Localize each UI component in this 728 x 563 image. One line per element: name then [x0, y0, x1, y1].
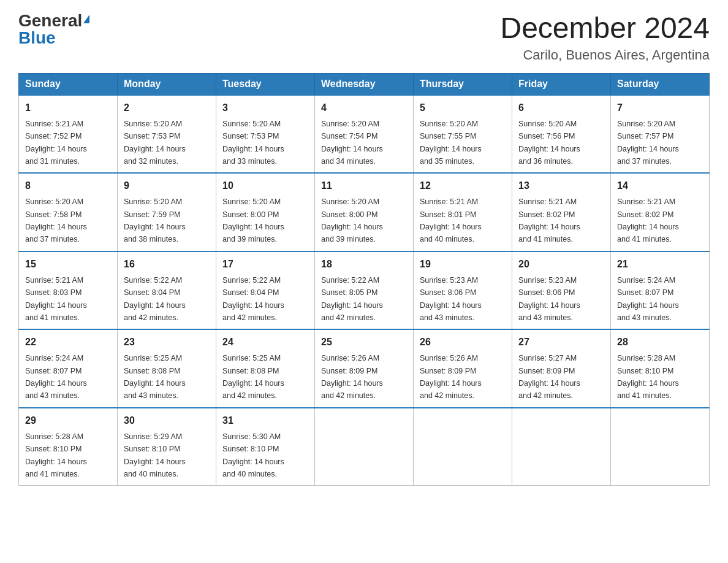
day-info: Sunrise: 5:21 AMSunset: 8:03 PMDaylight:… — [25, 276, 87, 322]
day-info: Sunrise: 5:27 AMSunset: 8:09 PMDaylight:… — [518, 354, 580, 400]
day-info: Sunrise: 5:24 AMSunset: 8:07 PMDaylight:… — [617, 276, 679, 322]
calendar-day-cell — [315, 408, 414, 486]
day-number: 12 — [420, 178, 506, 193]
logo-general-text: General — [18, 12, 82, 29]
calendar-day-cell: 9 Sunrise: 5:20 AMSunset: 7:59 PMDayligh… — [118, 173, 216, 251]
day-info: Sunrise: 5:20 AMSunset: 7:55 PMDaylight:… — [420, 120, 482, 166]
day-number: 20 — [518, 257, 604, 272]
calendar-day-cell — [611, 408, 710, 486]
calendar-day-cell: 26 Sunrise: 5:26 AMSunset: 8:09 PMDaylig… — [414, 329, 512, 408]
calendar-day-cell: 21 Sunrise: 5:24 AMSunset: 8:07 PMDaylig… — [611, 251, 710, 330]
day-info: Sunrise: 5:20 AMSunset: 8:00 PMDaylight:… — [321, 197, 383, 243]
day-number: 29 — [25, 413, 111, 428]
day-info: Sunrise: 5:22 AMSunset: 8:04 PMDaylight:… — [222, 276, 284, 322]
calendar-day-header: Wednesday — [315, 73, 414, 95]
day-number: 19 — [420, 257, 506, 272]
day-number: 7 — [617, 101, 703, 115]
day-info: Sunrise: 5:29 AMSunset: 8:10 PMDaylight:… — [124, 432, 186, 478]
calendar-day-cell: 16 Sunrise: 5:22 AMSunset: 8:04 PMDaylig… — [118, 251, 216, 330]
calendar-day-cell: 14 Sunrise: 5:21 AMSunset: 8:02 PMDaylig… — [611, 173, 710, 251]
day-number: 28 — [617, 335, 703, 350]
calendar-day-cell: 6 Sunrise: 5:20 AMSunset: 7:56 PMDayligh… — [512, 95, 611, 174]
day-number: 17 — [222, 257, 308, 272]
day-number: 25 — [321, 335, 407, 350]
calendar-day-header: Tuesday — [216, 73, 315, 95]
calendar-day-cell: 28 Sunrise: 5:28 AMSunset: 8:10 PMDaylig… — [611, 329, 710, 408]
calendar-day-cell: 13 Sunrise: 5:21 AMSunset: 8:02 PMDaylig… — [512, 173, 611, 251]
calendar-day-cell: 30 Sunrise: 5:29 AMSunset: 8:10 PMDaylig… — [118, 408, 216, 486]
day-info: Sunrise: 5:23 AMSunset: 8:06 PMDaylight:… — [518, 276, 580, 322]
day-info: Sunrise: 5:20 AMSunset: 7:57 PMDaylight:… — [617, 120, 679, 166]
month-title: December 2024 — [500, 12, 710, 45]
day-number: 3 — [222, 101, 308, 115]
calendar-header-row: SundayMondayTuesdayWednesdayThursdayFrid… — [19, 73, 710, 95]
calendar-day-cell: 23 Sunrise: 5:25 AMSunset: 8:08 PMDaylig… — [118, 329, 216, 408]
day-number: 23 — [124, 335, 210, 350]
day-info: Sunrise: 5:20 AMSunset: 7:54 PMDaylight:… — [321, 120, 383, 166]
day-info: Sunrise: 5:22 AMSunset: 8:05 PMDaylight:… — [321, 276, 383, 322]
day-number: 30 — [124, 413, 210, 428]
calendar-week-row: 1 Sunrise: 5:21 AMSunset: 7:52 PMDayligh… — [19, 95, 710, 174]
day-number: 4 — [321, 101, 407, 115]
day-number: 9 — [124, 178, 210, 193]
calendar-day-cell: 19 Sunrise: 5:23 AMSunset: 8:06 PMDaylig… — [414, 251, 512, 330]
day-info: Sunrise: 5:24 AMSunset: 8:07 PMDaylight:… — [25, 354, 87, 400]
day-info: Sunrise: 5:26 AMSunset: 8:09 PMDaylight:… — [321, 354, 383, 400]
day-info: Sunrise: 5:28 AMSunset: 8:10 PMDaylight:… — [617, 354, 679, 400]
day-number: 24 — [222, 335, 308, 350]
day-number: 6 — [518, 101, 604, 115]
calendar-day-cell: 7 Sunrise: 5:20 AMSunset: 7:57 PMDayligh… — [611, 95, 710, 174]
day-number: 5 — [420, 101, 506, 115]
logo-triangle-icon — [83, 15, 89, 23]
calendar-day-header: Sunday — [19, 73, 118, 95]
calendar-day-cell: 27 Sunrise: 5:27 AMSunset: 8:09 PMDaylig… — [512, 329, 611, 408]
page-header: General Blue December 2024 Carilo, Bueno… — [18, 12, 710, 63]
day-info: Sunrise: 5:20 AMSunset: 7:58 PMDaylight:… — [25, 197, 87, 243]
day-info: Sunrise: 5:21 AMSunset: 8:01 PMDaylight:… — [420, 197, 482, 243]
calendar-day-cell: 1 Sunrise: 5:21 AMSunset: 7:52 PMDayligh… — [19, 95, 118, 174]
day-info: Sunrise: 5:30 AMSunset: 8:10 PMDaylight:… — [222, 432, 284, 478]
day-info: Sunrise: 5:25 AMSunset: 8:08 PMDaylight:… — [222, 354, 284, 400]
day-info: Sunrise: 5:22 AMSunset: 8:04 PMDaylight:… — [124, 276, 186, 322]
day-info: Sunrise: 5:20 AMSunset: 7:59 PMDaylight:… — [124, 197, 186, 243]
calendar-day-cell: 15 Sunrise: 5:21 AMSunset: 8:03 PMDaylig… — [19, 251, 118, 330]
calendar-week-row: 8 Sunrise: 5:20 AMSunset: 7:58 PMDayligh… — [19, 173, 710, 251]
calendar-day-header: Thursday — [414, 73, 512, 95]
day-number: 26 — [420, 335, 506, 350]
calendar-day-cell: 10 Sunrise: 5:20 AMSunset: 8:00 PMDaylig… — [216, 173, 315, 251]
calendar-table: SundayMondayTuesdayWednesdayThursdayFrid… — [18, 73, 710, 486]
calendar-day-cell: 24 Sunrise: 5:25 AMSunset: 8:08 PMDaylig… — [216, 329, 315, 408]
calendar-day-header: Saturday — [611, 73, 710, 95]
day-number: 10 — [222, 178, 308, 193]
calendar-day-cell: 4 Sunrise: 5:20 AMSunset: 7:54 PMDayligh… — [315, 95, 414, 174]
day-number: 27 — [518, 335, 604, 350]
calendar-day-cell: 2 Sunrise: 5:20 AMSunset: 7:53 PMDayligh… — [118, 95, 216, 174]
day-info: Sunrise: 5:20 AMSunset: 7:53 PMDaylight:… — [222, 120, 284, 166]
day-number: 1 — [25, 101, 111, 115]
day-number: 8 — [25, 178, 111, 193]
day-number: 31 — [222, 413, 308, 428]
day-number: 21 — [617, 257, 703, 272]
calendar-day-cell — [512, 408, 611, 486]
calendar-day-cell: 20 Sunrise: 5:23 AMSunset: 8:06 PMDaylig… — [512, 251, 611, 330]
day-info: Sunrise: 5:23 AMSunset: 8:06 PMDaylight:… — [420, 276, 482, 322]
day-info: Sunrise: 5:21 AMSunset: 7:52 PMDaylight:… — [25, 120, 87, 166]
day-number: 22 — [25, 335, 111, 350]
location-text: Carilo, Buenos Aires, Argentina — [500, 47, 710, 63]
calendar-day-cell: 29 Sunrise: 5:28 AMSunset: 8:10 PMDaylig… — [19, 408, 118, 486]
day-info: Sunrise: 5:21 AMSunset: 8:02 PMDaylight:… — [518, 197, 580, 243]
day-number: 2 — [124, 101, 210, 115]
calendar-day-cell: 17 Sunrise: 5:22 AMSunset: 8:04 PMDaylig… — [216, 251, 315, 330]
calendar-day-header: Friday — [512, 73, 611, 95]
day-number: 15 — [25, 257, 111, 272]
calendar-day-cell: 18 Sunrise: 5:22 AMSunset: 8:05 PMDaylig… — [315, 251, 414, 330]
calendar-day-cell: 22 Sunrise: 5:24 AMSunset: 8:07 PMDaylig… — [19, 329, 118, 408]
calendar-day-cell: 12 Sunrise: 5:21 AMSunset: 8:01 PMDaylig… — [414, 173, 512, 251]
day-info: Sunrise: 5:28 AMSunset: 8:10 PMDaylight:… — [25, 432, 87, 478]
calendar-week-row: 22 Sunrise: 5:24 AMSunset: 8:07 PMDaylig… — [19, 329, 710, 408]
day-info: Sunrise: 5:26 AMSunset: 8:09 PMDaylight:… — [420, 354, 482, 400]
calendar-day-cell: 5 Sunrise: 5:20 AMSunset: 7:55 PMDayligh… — [414, 95, 512, 174]
calendar-day-cell: 8 Sunrise: 5:20 AMSunset: 7:58 PMDayligh… — [19, 173, 118, 251]
title-section: December 2024 Carilo, Buenos Aires, Arge… — [500, 12, 710, 63]
day-info: Sunrise: 5:20 AMSunset: 7:56 PMDaylight:… — [518, 120, 580, 166]
